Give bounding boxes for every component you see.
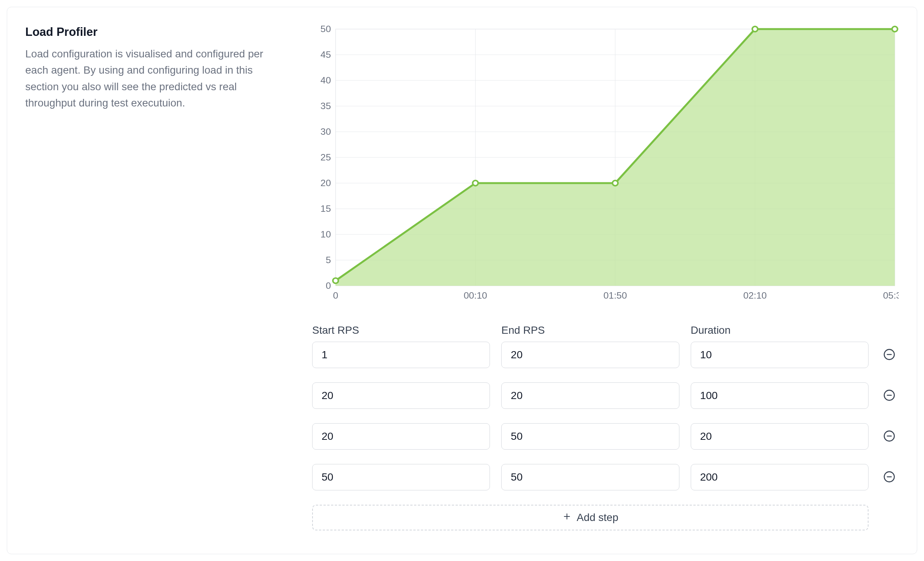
svg-text:0: 0 [326,280,331,291]
remove-step-button[interactable] [880,386,899,405]
section-title: Load Profiler [25,25,290,39]
add-step-label: Add step [577,512,619,524]
duration-input[interactable] [691,342,869,368]
add-step-button[interactable]: Add step [312,505,869,530]
remove-step-button[interactable] [880,345,899,364]
load-profiler-panel: Load Profiler Load configuration is visu… [7,7,917,554]
svg-text:45: 45 [320,49,331,60]
svg-text:02:10: 02:10 [743,290,767,301]
svg-point-35 [613,180,618,186]
load-profile-chart: 05101520253035404550000:1001:5002:1005:3… [312,25,899,305]
svg-text:15: 15 [320,203,331,214]
column-label-start: Start RPS [312,324,490,336]
svg-point-37 [892,26,898,32]
svg-text:00:10: 00:10 [464,290,487,301]
step-row [312,423,899,450]
duration-input[interactable] [691,382,869,409]
svg-text:50: 50 [320,25,331,34]
svg-point-34 [473,180,478,186]
svg-text:5: 5 [326,255,331,265]
remove-step-button[interactable] [880,427,899,446]
end-rps-input[interactable] [501,423,679,450]
plus-icon [562,512,571,524]
end-rps-input[interactable] [501,382,679,409]
minus-circle-icon [883,430,895,443]
step-row [312,382,899,409]
svg-point-36 [752,26,758,32]
step-row [312,464,899,490]
start-rps-input[interactable] [312,423,490,450]
svg-text:20: 20 [320,178,331,188]
svg-text:01:50: 01:50 [604,290,627,301]
section-description: Load configuration is visualised and con… [25,46,282,111]
steps-form: Start RPS End RPS Duration Add step [312,324,899,530]
minus-circle-icon [883,471,895,484]
svg-text:10: 10 [320,229,331,239]
section-content: 05101520253035404550000:1001:5002:1005:3… [312,25,899,536]
svg-text:35: 35 [320,101,331,111]
minus-circle-icon [883,389,895,402]
start-rps-input[interactable] [312,342,490,368]
svg-text:30: 30 [320,126,331,137]
svg-text:05:30: 05:30 [883,290,899,301]
svg-text:40: 40 [320,75,331,85]
column-label-end: End RPS [501,324,679,336]
steps-form-header: Start RPS End RPS Duration [312,324,899,336]
svg-point-33 [333,278,339,283]
end-rps-input[interactable] [501,464,679,490]
step-row [312,342,899,368]
section-header: Load Profiler Load configuration is visu… [25,25,290,536]
duration-input[interactable] [691,423,869,450]
svg-text:25: 25 [320,152,331,162]
start-rps-input[interactable] [312,382,490,409]
duration-input[interactable] [691,464,869,490]
svg-text:0: 0 [333,290,338,301]
remove-step-button[interactable] [880,468,899,487]
column-label-duration: Duration [691,324,869,336]
start-rps-input[interactable] [312,464,490,490]
end-rps-input[interactable] [501,342,679,368]
minus-circle-icon [883,348,895,362]
